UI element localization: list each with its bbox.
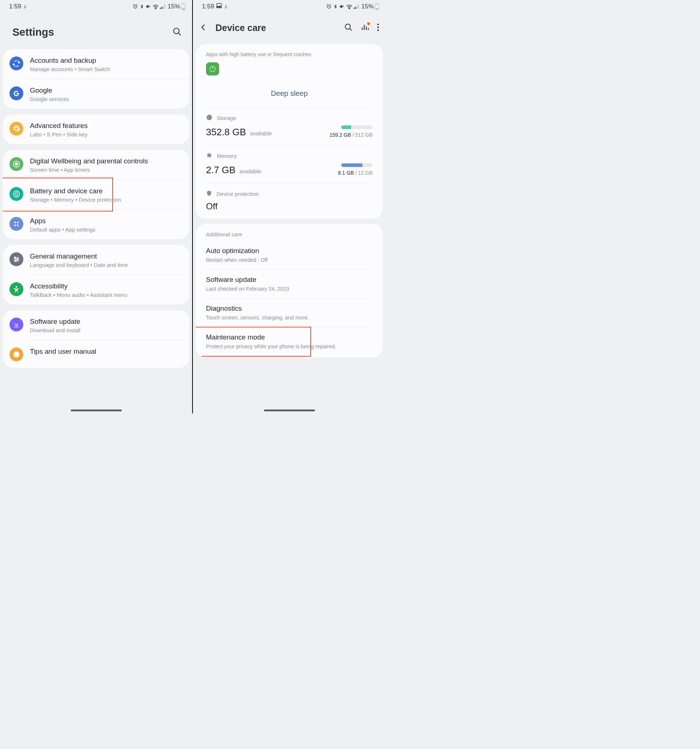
svg-point-17	[17, 258, 18, 260]
svg-point-14	[14, 224, 16, 226]
memory-bar	[341, 164, 373, 167]
list-item-title: Software update	[206, 276, 373, 284]
settings-row[interactable]: Advanced features Labs • S Pen • Side ke…	[3, 115, 189, 144]
svg-rect-23	[354, 8, 355, 9]
additional-care-item[interactable]: Auto optimizationRestart when needed : O…	[196, 241, 383, 269]
storage-label: Storage	[217, 115, 236, 121]
svg-rect-29	[376, 8, 378, 9]
device-protection-row[interactable]: Device protection Off	[196, 183, 383, 219]
settings-row-title: Apps	[30, 217, 182, 225]
svg-rect-28	[376, 3, 378, 4]
signal-icon	[354, 4, 359, 9]
memory-available-label: available	[240, 168, 261, 174]
settings-row-title: Accounts and backup	[30, 57, 182, 64]
settings-row[interactable]: Software update Download and install	[3, 310, 189, 340]
dots-icon	[9, 217, 23, 231]
settings-group: Accounts and backup Manage accounts • Sm…	[3, 49, 189, 109]
status-bar: 1:59 ♪ 15%	[0, 0, 192, 12]
storage-used: 159.2 GB	[330, 132, 351, 138]
back-icon[interactable]	[199, 23, 208, 33]
settings-row-sub: Google services	[30, 96, 182, 102]
settings-row-sub: Screen time • App timers	[30, 167, 182, 173]
settings-row[interactable]: General management Language and keyboard…	[3, 245, 189, 275]
svg-point-8	[174, 28, 179, 34]
settings-row[interactable]: Accessibility TalkBack • Mono audio • As…	[3, 275, 189, 304]
svg-point-31	[378, 23, 379, 25]
apps-section-label: Apps with high battery use or frequent c…	[206, 44, 373, 57]
music-icon: ♪	[23, 3, 27, 10]
list-item-sub: Last checked on February 24, 2023	[206, 286, 373, 292]
additional-care-item[interactable]: DiagnosticsTouch screen, sensors, chargi…	[196, 299, 383, 327]
home-indicator[interactable]	[264, 410, 315, 411]
settings-row[interactable]: Battery and device care Storage • Memory…	[3, 180, 189, 209]
settings-row-sub: Default apps • App settings	[30, 226, 182, 232]
device-protection-label: Device protection	[217, 191, 259, 197]
additional-care-item[interactable]: Maintenance modeProtect your privacy whi…	[196, 327, 383, 356]
storage-row[interactable]: Storage 352.8 GB available 159.2 GB / 51…	[196, 108, 383, 145]
settings-group: Software update Download and install Tip…	[3, 310, 189, 368]
battery-pct: 15%	[361, 3, 374, 10]
svg-rect-3	[163, 6, 164, 9]
high-battery-app-icon[interactable]	[206, 63, 219, 75]
additional-care-item[interactable]: Software updateLast checked on February …	[196, 270, 383, 298]
sliders-icon	[9, 252, 23, 266]
svg-point-16	[15, 257, 16, 258]
settings-row[interactable]: Tips and user manual	[3, 340, 189, 368]
search-icon[interactable]	[173, 27, 182, 38]
search-icon[interactable]	[344, 23, 353, 33]
settings-row-sub: Manage accounts • Smart Switch	[30, 66, 182, 72]
svg-rect-26	[358, 5, 359, 9]
a11y-icon	[9, 282, 23, 296]
stats-icon[interactable]	[361, 23, 369, 33]
settings-row[interactable]: Apps Default apps • App settings	[3, 210, 189, 239]
settings-row-title: Digital Wellbeing and parental controls	[30, 157, 182, 165]
svg-point-20	[14, 352, 20, 358]
svg-point-11	[15, 193, 17, 195]
list-item-sub: Restart when needed : Off	[206, 257, 373, 263]
svg-rect-25	[356, 6, 357, 9]
svg-point-22	[349, 8, 350, 9]
storage-available-label: available	[250, 130, 272, 136]
settings-row[interactable]: Digital Wellbeing and parental controls …	[3, 150, 189, 179]
heart-icon	[9, 157, 23, 171]
settings-row-title: Software update	[30, 318, 182, 326]
settings-group: Digital Wellbeing and parental controls …	[3, 150, 189, 239]
home-indicator[interactable]	[71, 410, 122, 411]
settings-row-title: Advanced features	[30, 122, 182, 130]
list-item-title: Diagnostics	[206, 304, 373, 312]
settings-row-sub: Language and keyboard • Date and time	[30, 262, 182, 268]
settings-row[interactable]: Accounts and backup Manage accounts • Sm…	[3, 49, 189, 79]
settings-row-title: Google	[30, 86, 182, 95]
bluetooth-icon	[139, 4, 144, 9]
list-item-title: Maintenance mode	[206, 333, 373, 341]
svg-point-18	[15, 260, 17, 262]
sync-icon	[9, 57, 23, 70]
deep-sleep-link[interactable]: Deep sleep	[271, 89, 308, 97]
svg-point-32	[378, 26, 379, 28]
memory-total: 12 GB	[358, 170, 373, 176]
more-icon[interactable]	[377, 23, 379, 33]
svg-rect-6	[183, 3, 184, 4]
wifi-icon	[346, 4, 353, 9]
svg-point-10	[14, 191, 20, 197]
mute-icon	[339, 4, 345, 9]
svg-point-12	[14, 222, 16, 223]
wifi-icon	[153, 4, 159, 9]
device-care-header: Device care	[193, 12, 386, 44]
settings-header: Settings	[0, 12, 192, 49]
google-icon	[9, 86, 23, 100]
alarm-icon	[132, 4, 138, 9]
page-title: Settings	[12, 26, 54, 38]
settings-row-sub: Download and install	[30, 327, 182, 333]
settings-row[interactable]: Google Google services	[3, 79, 189, 109]
list-item-title: Auto optimization	[206, 247, 373, 255]
status-time: 1:59	[9, 3, 21, 10]
memory-icon	[206, 152, 212, 160]
svg-rect-24	[355, 7, 356, 9]
svg-rect-7	[182, 8, 185, 9]
list-item-sub: Protect your privacy while your phone is…	[206, 344, 373, 349]
memory-row[interactable]: Memory 2.7 GB available 8.1 GB / 12 GB	[196, 145, 383, 183]
download-icon	[9, 318, 23, 332]
svg-point-13	[17, 222, 18, 223]
settings-row-sub: TalkBack • Mono audio • Assistant menu	[30, 292, 182, 298]
